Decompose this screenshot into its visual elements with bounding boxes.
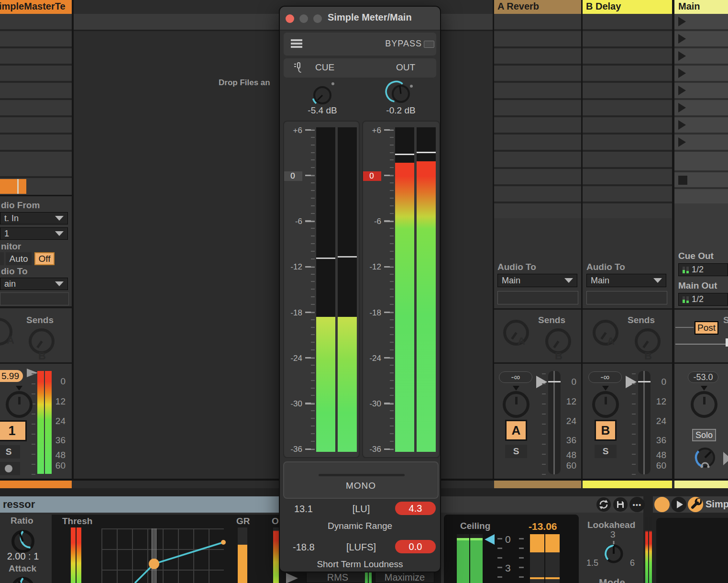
plugin-window[interactable]: Simple Meter/Main BYPASS CUE OUT (279, 6, 441, 572)
mono-panel[interactable]: MONO (283, 461, 439, 499)
play-icon[interactable] (671, 497, 686, 512)
pan-knob-return-a[interactable] (503, 391, 529, 418)
solo-button-master[interactable]: S (0, 445, 20, 459)
cue-out-label: Cue Out (678, 251, 714, 261)
main-out-selector[interactable]: 1/2 (678, 293, 728, 306)
volume-value-return-b[interactable]: -∞ (588, 371, 622, 383)
scene-play-button[interactable] (678, 68, 686, 78)
resize-triangle[interactable] (723, 452, 728, 465)
wrench-icon[interactable] (688, 497, 703, 512)
stop-square-icon[interactable] (678, 176, 687, 185)
menu-icon[interactable] (291, 39, 302, 49)
cue-meter-bar-l (316, 127, 335, 452)
close-window-button[interactable] (286, 14, 294, 23)
meter-fill (417, 161, 436, 452)
scene-slot[interactable] (674, 189, 728, 203)
bypass-toggle[interactable] (424, 41, 434, 48)
output-sub-box[interactable] (497, 291, 578, 304)
width-slider[interactable] (319, 474, 405, 476)
sync-icon[interactable] (596, 497, 611, 512)
scene-play-button[interactable] (678, 17, 686, 26)
post-toggle-b-cut[interactable] (726, 338, 728, 347)
gr-fill (238, 545, 247, 583)
monitor-in-button[interactable] (0, 252, 4, 265)
pan-knob-main[interactable] (691, 391, 717, 418)
monitor-off-button[interactable]: Off (34, 252, 55, 265)
clip-orange[interactable] (0, 179, 26, 194)
scene-play-button[interactable] (678, 86, 686, 95)
track-header-main[interactable]: Main (674, 0, 728, 14)
scene-play-button[interactable] (678, 103, 686, 112)
monitor-auto-button[interactable]: Auto (6, 252, 32, 265)
db-24: 24 (647, 416, 666, 426)
main-column: Main Cue Out 1/2 Main Out 1/2 S Post (674, 0, 728, 480)
pan-knob-return-b[interactable] (592, 391, 619, 418)
cue-knob[interactable] (311, 84, 334, 107)
clip-slot-tall[interactable] (0, 152, 72, 178)
track-header-return-b[interactable]: B Delay (583, 0, 672, 14)
scene-play-button[interactable] (678, 51, 686, 61)
scene-play-button[interactable] (678, 34, 686, 44)
device-on-button[interactable] (654, 497, 670, 512)
clip-slots-return-b[interactable] (583, 14, 672, 218)
track-activator-return-a[interactable]: A (505, 420, 527, 441)
cue-volume-knob[interactable] (692, 444, 718, 471)
dr-label: Dynamic Range (280, 521, 440, 531)
track-activator-return-b[interactable]: B (595, 420, 617, 441)
more-options-icon[interactable]: ••• (629, 497, 645, 512)
simple-device-title-bar[interactable]: Simpl (653, 496, 728, 513)
output-sub-box[interactable] (586, 291, 667, 304)
zoom-window-button[interactable] (313, 14, 322, 23)
input-dropdown[interactable]: t. In (0, 212, 68, 224)
gr-meter (238, 527, 247, 583)
lookahead-value[interactable]: 3 (610, 529, 616, 540)
sends-label-return-b: Sends (628, 315, 655, 325)
arm-button-master[interactable] (0, 462, 20, 475)
audio-to-dropdown-return-b[interactable]: Main (586, 274, 666, 287)
scene-play-button[interactable] (678, 120, 686, 130)
track-header-master[interactable]: impleMasterTe (0, 0, 72, 14)
output-dropdown-master[interactable]: ain (0, 278, 68, 290)
solo-button-main[interactable]: Solo (692, 429, 716, 441)
clip-slot-playing[interactable] (0, 178, 72, 196)
clip-slots-master[interactable] (0, 14, 72, 152)
output-sub-box[interactable] (0, 292, 69, 305)
volume-value-return-a[interactable]: -∞ (499, 371, 532, 383)
volume-value-main[interactable]: -53.0 (688, 371, 718, 383)
out-meter-bar-l (395, 127, 414, 452)
maximize-button[interactable]: Maximize (375, 572, 434, 583)
track-header-return-a[interactable]: A Reverb (494, 0, 581, 14)
plugin-title-bar[interactable]: Simple Meter/Main (280, 7, 440, 31)
scene-slot-tall[interactable] (674, 152, 728, 172)
out-value[interactable]: -0.2 dB (382, 105, 420, 116)
ratio-value[interactable]: 2.00 : 1 (4, 551, 42, 562)
compressor-graph[interactable] (101, 528, 224, 583)
thresh-meter-r (77, 527, 81, 583)
cue-value[interactable]: -5.4 dB (303, 105, 342, 116)
save-icon[interactable] (613, 497, 628, 512)
attack-knob[interactable] (9, 574, 37, 583)
out-knob[interactable] (389, 82, 412, 105)
track-activator-master[interactable]: 1 (0, 420, 27, 441)
channel-dropdown[interactable]: 1 (0, 227, 68, 240)
listen-triangle[interactable] (286, 573, 298, 583)
ceiling-scale-0: 0 (505, 534, 511, 545)
ceiling-handle[interactable] (485, 534, 495, 545)
minimize-window-button[interactable] (299, 14, 308, 23)
scene-stop-slot[interactable] (674, 172, 728, 189)
pan-knob-master[interactable] (6, 391, 33, 418)
solo-button-return-b[interactable]: S (595, 445, 617, 458)
audio-to-dropdown-return-a[interactable]: Main (497, 274, 577, 287)
solo-button-return-a[interactable]: S (505, 445, 527, 458)
cue-out-selector[interactable]: 1/2 (678, 263, 728, 276)
limiter-gain-value[interactable]: -13.06 (529, 521, 557, 532)
limiter-title-bar[interactable]: ••• (441, 496, 643, 513)
lookahead-knob[interactable] (601, 541, 626, 566)
volume-value-master[interactable]: 5.99 (0, 370, 23, 382)
clip-slots-return-a[interactable] (494, 14, 581, 218)
ceiling-scale-3: 3 (505, 562, 511, 574)
post-toggle-a[interactable]: Post (695, 321, 718, 335)
mini-meter (365, 572, 368, 583)
scene-play-button[interactable] (678, 137, 686, 147)
rms-button[interactable]: RMS (306, 572, 369, 583)
